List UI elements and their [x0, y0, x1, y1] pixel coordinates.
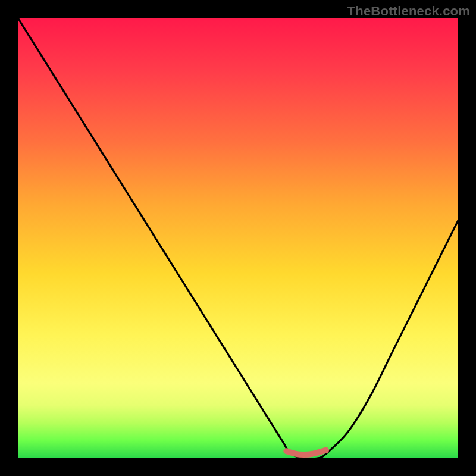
- chart-svg: [18, 18, 458, 458]
- watermark-text: TheBottleneck.com: [347, 4, 470, 19]
- bottleneck-curve-line: [18, 18, 458, 459]
- min-marker-line: [286, 450, 326, 455]
- chart-container: TheBottleneck.com: [0, 0, 476, 476]
- plot-area: [18, 18, 458, 458]
